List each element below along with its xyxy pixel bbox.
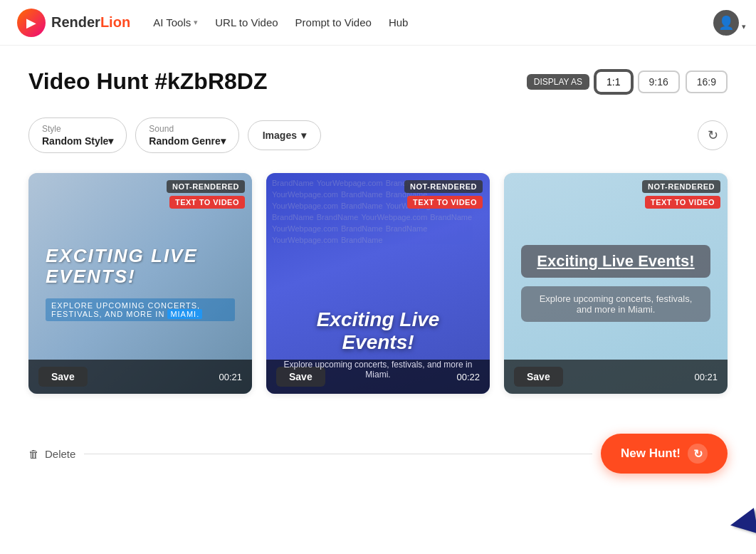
display-as-control: DISPLAY AS 1:1 9:16 16:9 (527, 70, 728, 93)
user-avatar[interactable]: 👤 (713, 10, 739, 36)
card-3-not-rendered-badge: NOT-RENDERED (642, 180, 720, 193)
card-1-title: Exciting Live Events! (46, 246, 198, 286)
sound-label: Sound (149, 124, 174, 134)
card-2: BrandNameYourWebpage.comBrandName YourWe… (266, 173, 490, 394)
sound-dropdown-arrow: ▾ (221, 135, 226, 147)
card-2-ttv-badge: TEXT TO VIDEO (407, 196, 483, 209)
card-1-duration: 00:21 (219, 372, 242, 382)
card-3-title-box: Exciting Live Events! (521, 245, 710, 278)
ratio-16-9-button[interactable]: 16:9 (686, 70, 728, 93)
card-1-subtitle: Explore upcoming concerts, festivals, an… (46, 298, 235, 321)
card-1-highlight: Miami. (167, 309, 202, 319)
page-title: Video Hunt #kZbR8DZ (28, 68, 267, 95)
new-hunt-button[interactable]: New Hunt! ↻ (601, 434, 728, 474)
nav-url-to-video[interactable]: URL to Video (215, 16, 278, 28)
cards-grid: Exciting Live Events! Explore upcoming c… (28, 173, 728, 394)
display-as-label: DISPLAY AS (527, 74, 589, 90)
navbar: ▶ RenderLion AI Tools ▾ URL to Video Pro… (0, 0, 756, 46)
style-value: Random Style ▾ (42, 135, 113, 147)
nav-hub[interactable]: Hub (389, 16, 409, 28)
card-2-badges: NOT-RENDERED TEXT TO VIDEO (404, 180, 483, 209)
nav-prompt-to-video[interactable]: Prompt to Video (295, 16, 372, 28)
card-3-ttv-badge: TEXT TO VIDEO (645, 196, 720, 209)
toolbar: Style Random Style ▾ Sound Random Genre … (28, 117, 728, 153)
style-label: Style (42, 124, 61, 134)
card-2-not-rendered-badge: NOT-RENDERED (404, 180, 483, 193)
page-header: Video Hunt #kZbR8DZ DISPLAY AS 1:1 9:16 … (28, 68, 728, 95)
nav-links: AI Tools ▾ URL to Video Prompt to Video … (153, 16, 408, 28)
toolbar-refresh-button[interactable]: ↻ (698, 120, 728, 150)
main-content: Video Hunt #kZbR8DZ DISPLAY AS 1:1 9:16 … (0, 46, 756, 496)
sound-dropdown[interactable]: Sound Random Genre ▾ (135, 117, 238, 153)
card-3-footer: Save 00:21 (504, 360, 728, 394)
logo[interactable]: ▶ RenderLion (17, 9, 130, 37)
bottom-divider (84, 454, 592, 454)
delete-button[interactable]: 🗑 Delete (28, 448, 75, 460)
card-1-save-button[interactable]: Save (38, 367, 88, 387)
ai-tools-dropdown-arrow: ▾ (194, 18, 198, 27)
logo-icon: ▶ (17, 9, 46, 37)
card-1: Exciting Live Events! Explore upcoming c… (28, 173, 252, 394)
images-dropdown-arrow: ▾ (301, 130, 306, 141)
style-dropdown-arrow: ▾ (108, 135, 113, 147)
refresh-icon: ↻ (708, 127, 718, 143)
card-2-title: Exciting Live Events! (280, 308, 476, 354)
images-dropdown[interactable]: Images ▾ (248, 120, 321, 150)
card-3-save-button[interactable]: Save (514, 367, 563, 387)
sound-value: Random Genre ▾ (149, 135, 225, 147)
card-3-badges: NOT-RENDERED TEXT TO VIDEO (642, 180, 720, 209)
bottom-bar: 🗑 Delete New Hunt! ↻ (28, 422, 728, 474)
navbar-left: ▶ RenderLion AI Tools ▾ URL to Video Pro… (17, 9, 408, 37)
ratio-9-16-button[interactable]: 9:16 (638, 70, 680, 93)
new-hunt-refresh-icon: ↻ (688, 444, 708, 464)
card-1-not-rendered-badge: NOT-RENDERED (167, 180, 245, 193)
card-3-duration: 00:21 (694, 372, 718, 382)
card-3: Exciting Live Events! Explore upcoming c… (504, 173, 728, 394)
card-3-subtitle-box: Explore upcoming concerts, festivals, an… (521, 286, 710, 322)
logo-text: RenderLion (51, 14, 130, 31)
card-1-badges: NOT-RENDERED TEXT TO VIDEO (167, 180, 245, 209)
style-dropdown[interactable]: Style Random Style ▾ (28, 117, 127, 153)
card-1-footer: Save 00:21 (28, 360, 252, 394)
trash-icon: 🗑 (28, 448, 39, 460)
nav-ai-tools[interactable]: AI Tools ▾ (153, 16, 198, 28)
card-2-image: BrandNameYourWebpage.comBrandName YourWe… (266, 173, 490, 394)
card-1-ttv-badge: TEXT TO VIDEO (169, 196, 245, 209)
card-2-subtitle: Explore upcoming concerts, festivals, an… (280, 360, 476, 380)
ratio-1-1-button[interactable]: 1:1 (595, 70, 631, 93)
